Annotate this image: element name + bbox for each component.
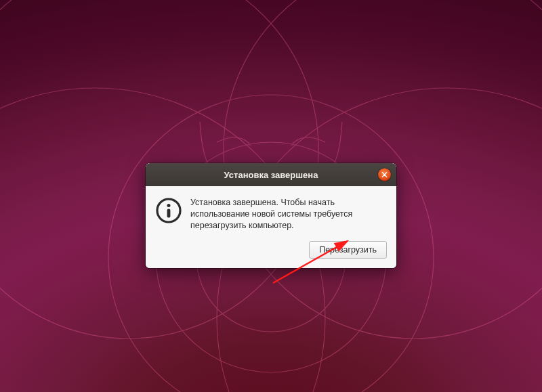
dialog-actions: Перезагрузить <box>146 241 396 268</box>
dialog-message: Установка завершена. Чтобы начать исполь… <box>190 197 385 232</box>
svg-rect-9 <box>167 209 171 218</box>
dialog-titlebar: Установка завершена <box>146 163 396 186</box>
close-icon <box>381 172 388 178</box>
dialog-title: Установка завершена <box>224 170 318 180</box>
info-icon <box>155 197 182 224</box>
restart-button[interactable]: Перезагрузить <box>309 241 387 259</box>
dialog-body: Установка завершена. Чтобы начать исполь… <box>146 186 396 241</box>
close-button[interactable] <box>378 169 391 181</box>
installation-complete-dialog: Установка завершена Установка завершена.… <box>146 163 396 268</box>
svg-point-8 <box>167 204 171 207</box>
